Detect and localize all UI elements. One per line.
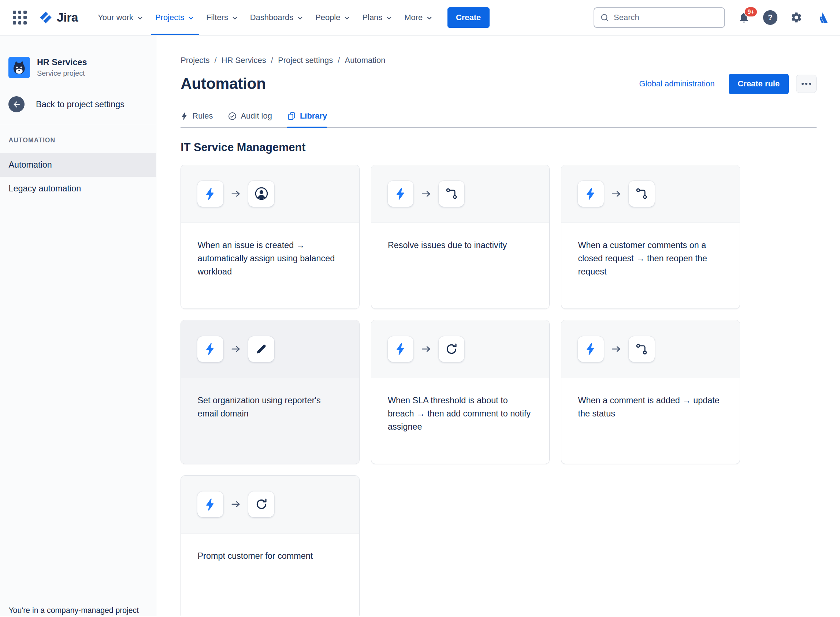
card-icon-band — [561, 320, 739, 378]
trigger-tile — [197, 336, 223, 362]
create-button[interactable]: Create — [447, 7, 490, 28]
arrow-right-icon — [421, 345, 431, 353]
trigger-tile — [197, 181, 223, 207]
trigger-tile — [578, 336, 603, 362]
chevron-down-icon — [343, 15, 350, 22]
template-card-assign-balanced-workload[interactable]: When an issue is created → automatically… — [180, 165, 359, 309]
global-administration-link[interactable]: Global administration — [639, 79, 715, 89]
project-settings-sidebar: HR Services Service project Back to proj… — [0, 35, 156, 617]
nav-more[interactable]: More — [398, 0, 439, 35]
card-icon-band — [371, 165, 550, 223]
trigger-tile — [388, 181, 413, 207]
breadcrumb-separator: / — [338, 56, 340, 65]
breadcrumb-project-settings[interactable]: Project settings — [278, 56, 333, 65]
action-tile — [439, 181, 464, 207]
arrow-right-icon — [611, 190, 621, 198]
topbar-right-cluster: 9+ ? — [593, 7, 828, 28]
template-card-comment-update-status[interactable]: When a comment is added → update the sta… — [561, 320, 740, 464]
card-icon-band — [181, 320, 359, 378]
tab-library[interactable]: Library — [287, 111, 327, 127]
refresh-icon — [254, 497, 268, 511]
action-tile — [248, 336, 274, 362]
template-card-sla-threshold[interactable]: When SLA threshold is about to breach → … — [371, 320, 550, 464]
action-tile — [248, 181, 274, 207]
card-description: Prompt customer for comment — [181, 534, 359, 563]
nav-projects[interactable]: Projects — [149, 0, 200, 35]
notifications-button[interactable]: 9+ — [738, 11, 750, 24]
action-tile — [248, 492, 274, 517]
jira-logo-icon — [38, 10, 53, 25]
lightning-icon — [204, 187, 217, 200]
lightning-icon — [204, 342, 217, 355]
create-rule-button[interactable]: Create rule — [729, 74, 789, 94]
chevron-down-icon — [137, 15, 143, 22]
nav-filters[interactable]: Filters — [200, 0, 244, 35]
search-icon — [600, 13, 609, 22]
breadcrumb-hr-services[interactable]: HR Services — [222, 56, 266, 65]
more-actions-button[interactable] — [796, 75, 816, 93]
project-avatar — [9, 57, 30, 78]
card-icon-band — [181, 476, 359, 534]
card-description: Set organization using reporter's email … — [181, 378, 359, 421]
template-card-reopen-request[interactable]: When a customer comments on a closed req… — [561, 165, 740, 309]
user-icon — [254, 187, 268, 201]
branch-icon — [634, 187, 648, 201]
library-copy-icon — [287, 112, 296, 121]
nav-people[interactable]: People — [309, 0, 356, 35]
tab-rules[interactable]: Rules — [180, 111, 213, 127]
app-switcher-icon[interactable] — [10, 9, 29, 27]
lightning-icon — [584, 187, 597, 200]
template-card-resolve-inactivity[interactable]: Resolve issues due to inactivity — [371, 165, 550, 309]
project-type-note: You're in a company-managed project — [9, 606, 139, 615]
lightning-icon — [394, 187, 407, 200]
nav-dashboards[interactable]: Dashboards — [244, 0, 309, 35]
refresh-icon — [445, 342, 458, 356]
breadcrumb: Projects / HR Services / Project setting… — [180, 56, 816, 65]
chevron-down-icon — [426, 15, 433, 22]
atlassian-logo-icon — [815, 11, 828, 24]
template-card-grid: When an issue is created → automatically… — [180, 165, 816, 616]
search-input[interactable] — [614, 13, 719, 22]
global-search[interactable] — [593, 7, 725, 28]
card-description: When an issue is created → automatically… — [181, 223, 359, 278]
arrow-right-icon — [231, 345, 241, 353]
back-to-project-settings[interactable]: Back to project settings — [0, 96, 156, 112]
lightning-icon — [584, 342, 597, 355]
nav-your-work[interactable]: Your work — [92, 0, 149, 35]
settings-button[interactable] — [790, 11, 803, 24]
gear-icon — [790, 11, 803, 24]
check-circle-icon — [228, 112, 237, 121]
atlassian-home-button[interactable] — [815, 11, 828, 24]
breadcrumb-projects[interactable]: Projects — [180, 56, 210, 65]
template-card-prompt-customer[interactable]: Prompt customer for comment — [180, 475, 359, 617]
breadcrumb-automation[interactable]: Automation — [345, 56, 386, 65]
trigger-tile — [388, 336, 413, 362]
breadcrumb-separator: / — [214, 56, 217, 65]
primary-nav: Your work Projects Filters Dashboards Pe… — [92, 0, 439, 35]
nav-plans[interactable]: Plans — [356, 0, 398, 35]
breadcrumb-separator: / — [271, 56, 273, 65]
ellipsis-icon — [802, 83, 804, 85]
sidebar-section-title: AUTOMATION — [0, 136, 156, 144]
jira-logo[interactable]: Jira — [38, 10, 78, 25]
sidebar-item-automation[interactable]: Automation — [0, 154, 156, 177]
card-icon-band — [371, 320, 550, 378]
lightning-icon — [180, 112, 189, 120]
card-description: When a customer comments on a closed req… — [561, 223, 739, 278]
chevron-down-icon — [297, 15, 303, 22]
lightning-icon — [394, 342, 407, 355]
chevron-down-icon — [188, 15, 194, 22]
chevron-down-icon — [386, 15, 393, 22]
help-button[interactable]: ? — [763, 10, 778, 25]
sidebar-item-legacy-automation[interactable]: Legacy automation — [0, 177, 156, 200]
template-card-set-organization[interactable]: Set organization using reporter's email … — [180, 320, 359, 464]
lightning-icon — [204, 498, 217, 511]
tab-audit-log[interactable]: Audit log — [228, 111, 272, 127]
arrow-right-icon — [421, 190, 431, 198]
section-title: IT Service Management — [180, 141, 816, 154]
branch-icon — [445, 187, 458, 201]
action-tile — [439, 336, 464, 362]
jira-automation-page: Jira Your work Projects Filters Dashboar… — [0, 0, 840, 617]
card-icon-band — [181, 165, 359, 223]
branch-icon — [634, 342, 648, 356]
